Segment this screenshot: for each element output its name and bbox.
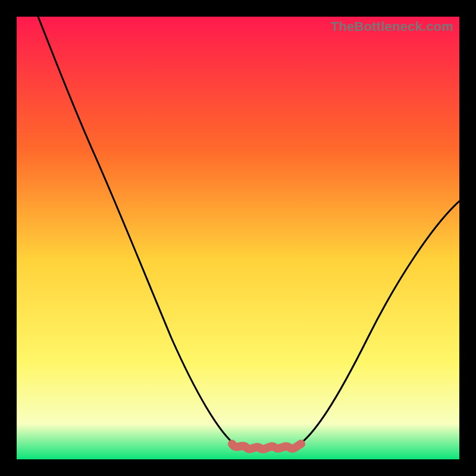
plot-area: TheBottleneck.com — [17, 17, 459, 459]
bottleneck-curve — [38, 17, 459, 446]
watermark-text: TheBottleneck.com — [331, 19, 453, 35]
chart-svg — [17, 17, 459, 459]
valley-bump — [232, 444, 301, 449]
outer-black-frame: TheBottleneck.com — [0, 0, 476, 476]
